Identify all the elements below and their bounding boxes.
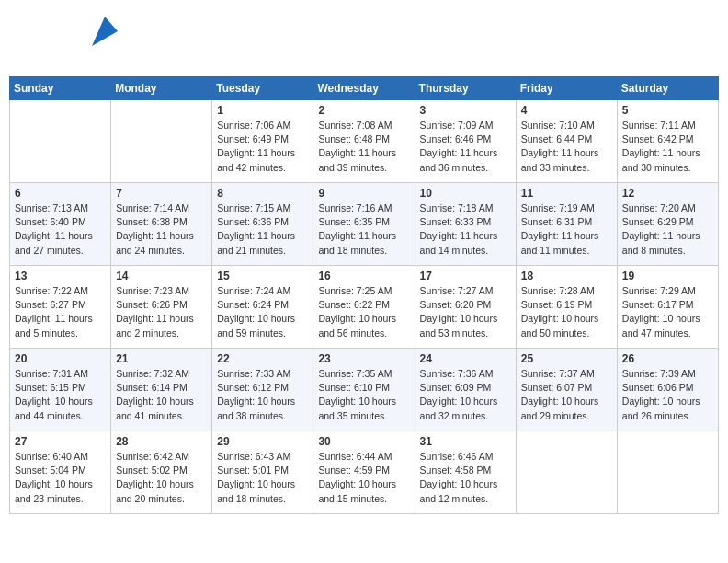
cell-line: Daylight: 11 hours (420, 146, 511, 160)
cell-line: Sunset: 6:19 PM (521, 298, 612, 312)
cell-line: Sunrise: 7:13 AM (15, 201, 106, 215)
cell-line: Daylight: 11 hours (116, 312, 207, 326)
cell-line: Sunset: 6:29 PM (622, 215, 713, 229)
cell-content: Sunrise: 7:06 AMSunset: 6:49 PMDaylight:… (217, 119, 308, 175)
cell-line: and 38 minutes. (217, 409, 308, 423)
day-header-sunday: Sunday (10, 77, 111, 100)
cell-line: Sunset: 6:06 PM (622, 381, 713, 395)
calendar-cell: 13Sunrise: 7:22 AMSunset: 6:27 PMDayligh… (10, 266, 111, 349)
cell-line: Sunset: 6:17 PM (622, 298, 713, 312)
cell-line: and 2 minutes. (116, 327, 207, 340)
cell-line: and 18 minutes. (318, 244, 409, 258)
calendar-cell: 11Sunrise: 7:19 AMSunset: 6:31 PMDayligh… (516, 183, 617, 266)
cell-line: and 23 minutes. (15, 492, 106, 506)
cell-line: and 5 minutes. (15, 327, 106, 340)
cell-line: and 53 minutes. (420, 327, 511, 340)
cell-line: Sunrise: 7:28 AM (521, 284, 612, 298)
calendar-cell: 15Sunrise: 7:24 AMSunset: 6:24 PMDayligh… (212, 266, 313, 349)
cell-content: Sunrise: 6:40 AMSunset: 5:04 PMDaylight:… (15, 450, 106, 506)
day-number: 21 (116, 352, 207, 365)
calendar-cell (516, 431, 617, 514)
cell-line: Daylight: 10 hours (116, 477, 207, 491)
day-number: 20 (15, 352, 106, 365)
cell-line: Sunset: 6:31 PM (521, 215, 612, 229)
cell-line: Sunset: 6:40 PM (15, 215, 106, 229)
cell-line: Daylight: 11 hours (318, 229, 409, 243)
day-number: 14 (116, 270, 207, 282)
cell-line: Daylight: 11 hours (622, 229, 713, 243)
cell-line: Sunrise: 7:32 AM (116, 367, 207, 381)
cell-content: Sunrise: 7:36 AMSunset: 6:09 PMDaylight:… (420, 367, 511, 423)
calendar-cell: 8Sunrise: 7:15 AMSunset: 6:36 PMDaylight… (212, 183, 313, 266)
cell-line: Sunset: 4:58 PM (420, 464, 511, 477)
calendar-cell: 6Sunrise: 7:13 AMSunset: 6:40 PMDaylight… (10, 183, 111, 266)
cell-line: Sunset: 5:04 PM (15, 464, 106, 477)
cell-content: Sunrise: 6:42 AMSunset: 5:02 PMDaylight:… (116, 450, 207, 506)
cell-line: Daylight: 10 hours (15, 477, 106, 491)
cell-line: and 50 minutes. (521, 327, 612, 340)
cell-line: Sunset: 4:59 PM (318, 464, 409, 477)
cell-content: Sunrise: 7:29 AMSunset: 6:17 PMDaylight:… (622, 284, 713, 340)
cell-line: and 47 minutes. (622, 327, 713, 340)
cell-content: Sunrise: 7:35 AMSunset: 6:10 PMDaylight:… (318, 367, 409, 423)
cell-line: Sunset: 6:14 PM (116, 381, 207, 395)
day-number: 13 (15, 270, 106, 282)
cell-line: and 20 minutes. (116, 492, 207, 506)
cell-line: Sunset: 6:42 PM (622, 132, 713, 146)
calendar-table: SundayMondayTuesdayWednesdayThursdayFrid… (9, 76, 719, 514)
cell-line: Sunset: 6:33 PM (420, 215, 511, 229)
calendar-cell: 26Sunrise: 7:39 AMSunset: 6:06 PMDayligh… (617, 349, 718, 431)
cell-line: Sunrise: 7:33 AM (217, 367, 308, 381)
cell-line: Sunrise: 7:23 AM (116, 284, 207, 298)
cell-content: Sunrise: 7:25 AMSunset: 6:22 PMDaylight:… (318, 284, 409, 340)
cell-line: and 21 minutes. (217, 244, 308, 258)
cell-content: Sunrise: 7:08 AMSunset: 6:48 PMDaylight:… (318, 119, 409, 175)
cell-line: Sunset: 6:35 PM (318, 215, 409, 229)
cell-line: Sunrise: 7:24 AM (217, 284, 308, 298)
calendar-cell: 24Sunrise: 7:36 AMSunset: 6:09 PMDayligh… (415, 349, 516, 431)
cell-line: Sunrise: 6:46 AM (420, 450, 511, 464)
day-header-monday: Monday (111, 77, 212, 100)
day-number: 4 (521, 104, 612, 117)
calendar-header-row: SundayMondayTuesdayWednesdayThursdayFrid… (10, 77, 719, 100)
cell-line: Daylight: 10 hours (521, 312, 612, 326)
cell-content: Sunrise: 7:22 AMSunset: 6:27 PMDaylight:… (15, 284, 106, 340)
day-number: 17 (420, 270, 511, 282)
cell-line: Daylight: 11 hours (622, 146, 713, 160)
cell-line: Sunrise: 7:31 AM (15, 367, 106, 381)
cell-line: Sunrise: 6:40 AM (15, 450, 106, 464)
cell-line: Sunrise: 7:20 AM (622, 201, 713, 215)
cell-content: Sunrise: 7:15 AMSunset: 6:36 PMDaylight:… (217, 201, 308, 258)
cell-line: Sunrise: 7:16 AM (318, 201, 409, 215)
cell-content: Sunrise: 7:31 AMSunset: 6:15 PMDaylight:… (15, 367, 106, 423)
day-header-saturday: Saturday (617, 77, 718, 100)
calendar-cell: 16Sunrise: 7:25 AMSunset: 6:22 PMDayligh… (313, 266, 415, 349)
day-number: 31 (420, 435, 511, 448)
calendar-cell: 4Sunrise: 7:10 AMSunset: 6:44 PMDaylight… (516, 100, 617, 183)
calendar-week-row: 20Sunrise: 7:31 AMSunset: 6:15 PMDayligh… (10, 349, 719, 431)
cell-line: Daylight: 10 hours (217, 312, 308, 326)
calendar-cell: 21Sunrise: 7:32 AMSunset: 6:14 PMDayligh… (111, 349, 212, 431)
cell-line: Sunset: 5:02 PM (116, 464, 207, 477)
cell-line: Sunset: 6:38 PM (116, 215, 207, 229)
cell-line: Sunrise: 6:44 AM (318, 450, 409, 464)
cell-line: Sunset: 6:24 PM (217, 298, 308, 312)
svg-marker-0 (92, 17, 118, 46)
cell-line: Sunrise: 6:43 AM (217, 450, 308, 464)
cell-content: Sunrise: 7:39 AMSunset: 6:06 PMDaylight:… (622, 367, 713, 423)
day-number: 19 (622, 270, 713, 282)
calendar-cell: 22Sunrise: 7:33 AMSunset: 6:12 PMDayligh… (212, 349, 313, 431)
cell-line: Daylight: 10 hours (420, 477, 511, 491)
logo (18, 14, 101, 64)
cell-content: Sunrise: 7:09 AMSunset: 6:46 PMDaylight:… (420, 119, 511, 175)
cell-line: Daylight: 11 hours (318, 146, 409, 160)
logo-arrow-icon (92, 17, 118, 46)
day-number: 23 (318, 352, 409, 365)
cell-line: and 56 minutes. (318, 327, 409, 340)
day-number: 3 (420, 104, 511, 117)
cell-line: Sunrise: 7:18 AM (420, 201, 511, 215)
calendar-week-row: 13Sunrise: 7:22 AMSunset: 6:27 PMDayligh… (10, 266, 719, 349)
cell-content: Sunrise: 7:18 AMSunset: 6:33 PMDaylight:… (420, 201, 511, 258)
cell-line: Daylight: 10 hours (622, 312, 713, 326)
cell-line: Sunrise: 7:14 AM (116, 201, 207, 215)
